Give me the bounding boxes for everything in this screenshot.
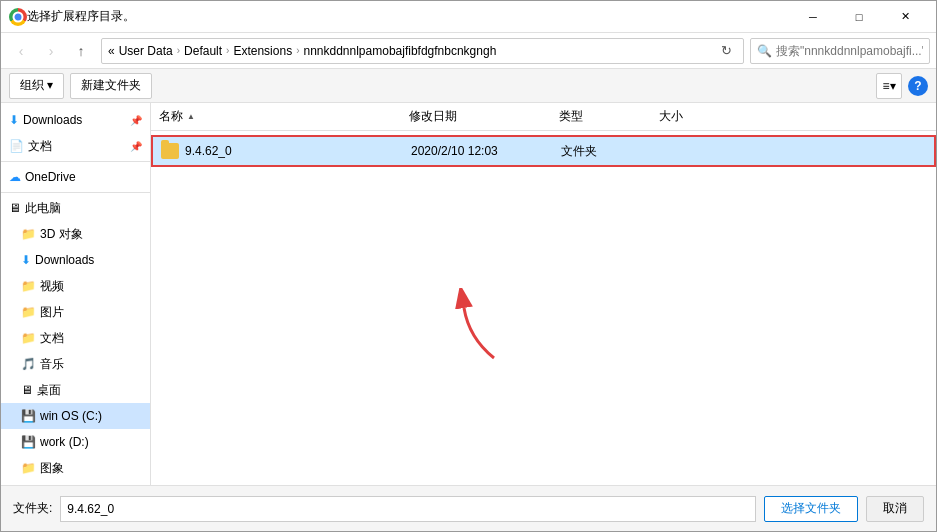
address-sep-3: ›	[296, 45, 299, 56]
minimize-button[interactable]: ─	[790, 1, 836, 33]
sidebar-item-pictures[interactable]: 📁 图片	[1, 299, 150, 325]
folder-icon-more: 📁	[21, 461, 36, 475]
bottom-bar: 文件夹: 选择文件夹 取消	[1, 485, 936, 531]
close-button[interactable]: ✕	[882, 1, 928, 33]
sidebar-item-documents-pinned[interactable]: 📄 文档 📌	[1, 133, 150, 159]
sidebar-label-documents: 文档	[40, 330, 64, 347]
sidebar-item-downloads[interactable]: ⬇ Downloads	[1, 247, 150, 273]
file-area-wrapper: 名称 ▲ 修改日期 类型 大小 9.4.62_0 2020/2/10 12:03	[151, 103, 936, 485]
download-icon-2: ⬇	[21, 253, 31, 267]
sidebar-label-win-os: win OS (C:)	[40, 409, 102, 423]
main-area: ⬇ Downloads 📌 📄 文档 📌 ☁ OneDrive 🖥 此电脑 📁	[1, 103, 936, 485]
refresh-button[interactable]: ↻	[715, 40, 737, 62]
sidebar-item-desktop[interactable]: 🖥 桌面	[1, 377, 150, 403]
sidebar-item-onedrive[interactable]: ☁ OneDrive	[1, 164, 150, 190]
back-button[interactable]: ‹	[7, 37, 35, 65]
sidebar-label-more: 图象	[40, 460, 64, 477]
sidebar-label-documents-pinned: 文档	[28, 138, 52, 155]
sidebar-label-work-d: work (D:)	[40, 435, 89, 449]
maximize-button[interactable]: □	[836, 1, 882, 33]
col-type-header: 类型	[559, 108, 659, 125]
navigation-toolbar: ‹ › ↑ « User Data › Default › Extensions…	[1, 33, 936, 69]
address-sep-2: ›	[226, 45, 229, 56]
view-icon: ≡	[882, 79, 889, 93]
file-dialog-window: 选择扩展程序目录。 ─ □ ✕ ‹ › ↑ « User Data › Defa…	[0, 0, 937, 532]
sidebar-label-desktop: 桌面	[37, 382, 61, 399]
title-bar-text: 选择扩展程序目录。	[27, 8, 790, 25]
doc-icon-pinned: 📄	[9, 139, 24, 153]
view-chevron-icon: ▾	[890, 79, 896, 93]
address-part-default: Default	[184, 44, 222, 58]
sidebar-label-downloads-pinned: Downloads	[23, 113, 82, 127]
folder-icon-videos: 📁	[21, 279, 36, 293]
up-button[interactable]: ↑	[67, 37, 95, 65]
sidebar-item-3d-objects[interactable]: 📁 3D 对象	[1, 221, 150, 247]
sidebar-item-more[interactable]: 📁 图象	[1, 455, 150, 481]
filename-label: 文件夹:	[13, 500, 52, 517]
file-date-cell: 2020/2/10 12:03	[411, 144, 561, 158]
sidebar-label-onedrive: OneDrive	[25, 170, 76, 184]
folder-icon-3d: 📁	[21, 227, 36, 241]
sidebar-label-downloads: Downloads	[35, 253, 94, 267]
sidebar-label-this-pc: 此电脑	[25, 200, 61, 217]
filename-input[interactable]	[60, 496, 756, 522]
forward-button[interactable]: ›	[37, 37, 65, 65]
search-bar: 🔍	[750, 38, 930, 64]
address-part-extensions: Extensions	[233, 44, 292, 58]
col-size-header: 大小	[659, 108, 739, 125]
onedrive-icon: ☁	[9, 170, 21, 184]
file-type-cell: 文件夹	[561, 143, 661, 160]
view-button[interactable]: ≡ ▾	[876, 73, 902, 99]
file-name-text: 9.4.62_0	[185, 144, 232, 158]
organize-button[interactable]: 组织 ▾	[9, 73, 64, 99]
title-bar: 选择扩展程序目录。 ─ □ ✕	[1, 1, 936, 33]
sidebar-item-videos[interactable]: 📁 视频	[1, 273, 150, 299]
sidebar-item-documents[interactable]: 📁 文档	[1, 325, 150, 351]
search-input[interactable]	[776, 44, 923, 58]
col-name-header: 名称 ▲	[159, 108, 409, 125]
column-header: 名称 ▲ 修改日期 类型 大小	[151, 103, 936, 131]
download-icon-1: ⬇	[9, 113, 19, 127]
file-area: 名称 ▲ 修改日期 类型 大小 9.4.62_0 2020/2/10 12:03	[151, 103, 936, 485]
address-sep-1: ›	[177, 45, 180, 56]
cancel-button[interactable]: 取消	[866, 496, 924, 522]
address-part-ext-id: nnnkddnnlpamobajfibfdgfnbcnkgngh	[303, 44, 496, 58]
sidebar-label-videos: 视频	[40, 278, 64, 295]
select-folder-button[interactable]: 选择文件夹	[764, 496, 858, 522]
folder-icon-documents: 📁	[21, 331, 36, 345]
folder-icon-desktop: 🖥	[21, 383, 33, 397]
address-part-user-data: User Data	[119, 44, 173, 58]
action-bar: 组织 ▾ 新建文件夹 ≡ ▾ ?	[1, 69, 936, 103]
sidebar-item-work-d[interactable]: 💾 work (D:)	[1, 429, 150, 455]
sort-arrow-icon: ▲	[187, 112, 195, 121]
sidebar-item-this-pc[interactable]: 🖥 此电脑	[1, 195, 150, 221]
sidebar-label-music: 音乐	[40, 356, 64, 373]
sidebar-divider-1	[1, 161, 150, 162]
sidebar-item-downloads-pinned[interactable]: ⬇ Downloads 📌	[1, 107, 150, 133]
sidebar-label-3d: 3D 对象	[40, 226, 83, 243]
drive-icon-d: 💾	[21, 435, 36, 449]
sidebar: ⬇ Downloads 📌 📄 文档 📌 ☁ OneDrive 🖥 此电脑 📁	[1, 103, 151, 485]
address-bar-content: « User Data › Default › Extensions › nnn…	[108, 44, 715, 58]
file-name-cell: 9.4.62_0	[161, 143, 411, 159]
folder-icon-pictures: 📁	[21, 305, 36, 319]
table-row[interactable]: 9.4.62_0 2020/2/10 12:03 文件夹	[151, 135, 936, 167]
col-date-header: 修改日期	[409, 108, 559, 125]
pc-icon: 🖥	[9, 201, 21, 215]
folder-icon-music: 🎵	[21, 357, 36, 371]
sidebar-label-pictures: 图片	[40, 304, 64, 321]
col-name-label: 名称	[159, 108, 183, 125]
address-part-1: «	[108, 44, 115, 58]
new-folder-button[interactable]: 新建文件夹	[70, 73, 152, 99]
sidebar-item-win-os[interactable]: 💾 win OS (C:)	[1, 403, 150, 429]
title-bar-controls: ─ □ ✕	[790, 1, 928, 33]
bottom-buttons: 选择文件夹 取消	[764, 496, 924, 522]
address-bar[interactable]: « User Data › Default › Extensions › nnn…	[101, 38, 744, 64]
folder-icon-file	[161, 143, 179, 159]
drive-icon-c: 💾	[21, 409, 36, 423]
sidebar-item-music[interactable]: 🎵 音乐	[1, 351, 150, 377]
chrome-icon	[9, 8, 27, 26]
search-icon: 🔍	[757, 44, 772, 58]
pin-icon-1: 📌	[130, 115, 142, 126]
help-button[interactable]: ?	[908, 76, 928, 96]
